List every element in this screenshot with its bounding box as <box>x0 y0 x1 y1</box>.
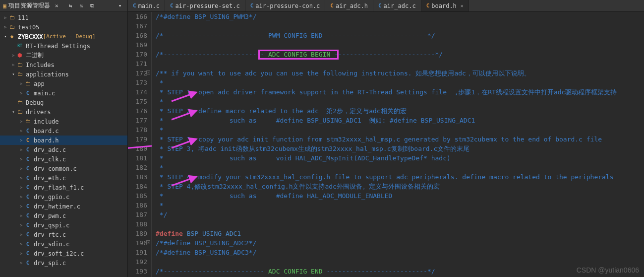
code-line[interactable] <box>156 257 644 267</box>
expand-arrow-icon[interactable]: ▷ <box>19 251 24 256</box>
code-line[interactable]: * STEP 1, open adc driver framework supp… <box>156 87 644 97</box>
expand-arrow-icon[interactable]: ▷ <box>19 204 24 208</box>
expand-arrow-icon[interactable]: ▷ <box>19 138 24 142</box>
tree-item[interactable]: ▷Cboard.h <box>0 136 127 145</box>
code-line[interactable]: */ <box>156 210 644 219</box>
code-line[interactable]: /*-------------------------- PWM CONFIG … <box>156 31 644 40</box>
code-line[interactable]: * STEP 4,修改stm32xxxx_hal_config.h文件以支持ad… <box>156 182 644 191</box>
expand-arrow-icon[interactable]: ▷ <box>19 242 24 246</box>
code-line[interactable]: * such as #define BSP_USING_ADC1 例如: #de… <box>156 116 644 125</box>
close-tab-icon[interactable]: ✕ <box>461 3 464 8</box>
tree-item[interactable]: ▷Cdrv_common.c <box>0 164 127 173</box>
tree-item[interactable]: ▷Cdrv_clk.c <box>0 154 127 164</box>
expand-arrow-icon[interactable]: ▾ <box>11 110 16 114</box>
expand-arrow-icon[interactable]: ▷ <box>19 157 24 161</box>
tree-item[interactable]: ▷⬢二进制 <box>0 51 127 60</box>
expand-arrow-icon[interactable]: ▷ <box>19 232 24 237</box>
tree-item[interactable]: ▷🗀app <box>0 79 127 88</box>
expand-arrow-icon[interactable]: ▷ <box>19 261 24 265</box>
code-content[interactable]: /*#define BSP_USING_PWM3*//*------------… <box>152 12 644 277</box>
expand-arrow-icon[interactable]: ▷ <box>19 223 24 227</box>
code-line[interactable]: * STEP 3, copy your adc init function fr… <box>156 135 644 144</box>
expand-arrow-icon[interactable]: ▾ <box>11 72 16 76</box>
tree-item[interactable]: ▷Cdrv_soft_i2c.c <box>0 249 127 258</box>
editor-tab[interactable]: Cair-pressure-con.c <box>245 0 326 11</box>
tree-item[interactable]: ▷Cdrv_gpio.c <box>0 192 127 202</box>
project-tree[interactable]: ▷🗀111▷🗀test05▾◆ZYBCXXX [Active - Debug]R… <box>0 12 127 277</box>
code-line[interactable]: /*#define BSP_USING_PWM3*/ <box>156 12 644 21</box>
expand-arrow-icon[interactable]: ▷ <box>19 119 24 124</box>
tree-item[interactable]: ▷Cdrv_hwtimer.c <box>0 202 127 211</box>
expand-arrow-icon[interactable]: ▷ <box>19 176 24 180</box>
collapse-icon[interactable]: ⇆ <box>66 1 75 10</box>
code-line[interactable] <box>156 219 644 229</box>
code-line[interactable]: /*-------------------------- ADC CONFIG … <box>156 50 644 59</box>
tree-item[interactable]: ▷Cboard.c <box>0 126 127 136</box>
editor-tab[interactable]: Cair-pressure-set.c <box>165 0 245 11</box>
tree-item[interactable]: ▷Cdrv_sdio.c <box>0 239 127 249</box>
expand-arrow-icon[interactable]: ▷ <box>3 25 8 29</box>
tree-item[interactable]: ▷🗀111 <box>0 13 127 22</box>
code-line[interactable]: * such as void HAL_ADC_MspInit(ADC_Handl… <box>156 153 644 163</box>
tree-item[interactable]: ▾🗀drivers <box>0 107 127 117</box>
tree-item[interactable]: ▷🗀Includes <box>0 60 127 69</box>
tree-item[interactable]: ▷🗀include <box>0 117 127 126</box>
tree-item[interactable]: ▷🗀test05 <box>0 22 127 32</box>
tree-item[interactable]: ▾◆ZYBCXXX [Active - Debug] <box>0 32 127 41</box>
expand-arrow-icon[interactable]: ▷ <box>11 53 16 58</box>
editor-tab[interactable]: Cboard.h✕ <box>421 0 469 11</box>
code-line[interactable]: * STEP 4, modify your stm32xxxx_hal_conf… <box>156 172 644 182</box>
line-number: 190- <box>128 238 147 248</box>
link-editor-icon[interactable]: ⇅ <box>77 1 86 10</box>
code-line[interactable] <box>156 59 644 69</box>
expand-arrow-icon[interactable]: ▾ <box>3 34 8 39</box>
tree-item[interactable]: ▷Cdrv_flash_f1.c <box>0 183 127 192</box>
code-line[interactable]: /*#define BSP_USING_ADC2*/ <box>156 238 644 248</box>
tree-item[interactable]: ▷Cdrv_rtc.c <box>0 230 127 239</box>
expand-arrow-icon[interactable]: ▷ <box>19 166 24 171</box>
tree-item[interactable]: ▾🗀applications <box>0 69 127 79</box>
expand-arrow-icon[interactable]: ▷ <box>11 63 16 67</box>
code-line[interactable]: * <box>156 125 644 135</box>
fold-toggle-icon[interactable]: - <box>146 70 150 74</box>
code-line[interactable]: #define BSP_USING_ADC1 <box>156 229 644 238</box>
code-line[interactable]: * such as #define HAL_ADC_MODULE_ENABLED <box>156 191 644 201</box>
code-line[interactable]: * <box>156 201 644 210</box>
code-line[interactable]: * <box>156 78 644 87</box>
code-line[interactable]: /*-------------------------- ADC CONFIG … <box>156 267 644 276</box>
tree-item[interactable]: ▷Cdrv_spi.c <box>0 258 127 268</box>
expand-arrow-icon[interactable]: ▷ <box>19 81 24 86</box>
tree-item[interactable]: ▷Cdrv_pwm.c <box>0 211 127 220</box>
code-line[interactable]: * <box>156 163 644 172</box>
code-line[interactable]: * <box>156 97 644 106</box>
editor-tab[interactable]: Cmain.c <box>128 0 165 11</box>
code-line[interactable]: /*#define BSP_USING_ADC3*/ <box>156 248 644 257</box>
line-number: 176 <box>128 106 147 116</box>
tree-item[interactable]: ▷Cdrv_adc.c <box>0 145 127 154</box>
fold-toggle-icon[interactable]: - <box>146 240 150 244</box>
code-line[interactable] <box>156 40 644 50</box>
line-number: 187 <box>128 210 147 219</box>
tree-item[interactable]: ▷Cdrv_qspi.c <box>0 220 127 230</box>
expand-arrow-icon[interactable]: ▷ <box>19 195 24 199</box>
code-line[interactable]: * STEP 3, 将adc init函数从stm32cubemx生成的stm3… <box>156 144 644 153</box>
code-line[interactable]: * STEP 2, define macro related to the ad… <box>156 106 644 116</box>
tree-item[interactable]: ▷Cdrv_eth.c <box>0 173 127 183</box>
expand-arrow-icon[interactable]: ▷ <box>19 147 24 152</box>
expand-arrow-icon[interactable]: ▷ <box>3 15 8 20</box>
expand-arrow-icon[interactable]: ▷ <box>19 129 24 133</box>
view-menu-icon[interactable]: ▾ <box>116 1 124 10</box>
editor-tab[interactable]: Cair_adc.c <box>373 0 421 11</box>
close-panel-icon[interactable]: ✕ <box>52 1 61 10</box>
tree-item[interactable]: ▷Cmain.c <box>0 88 127 98</box>
expand-arrow-icon[interactable]: ▷ <box>19 185 24 190</box>
code-line[interactable]: /** if you want to use adc you can use t… <box>156 69 644 78</box>
tree-item[interactable]: 🗀Debug <box>0 98 127 107</box>
code-line[interactable] <box>156 21 644 31</box>
expand-arrow-icon[interactable]: ▷ <box>19 213 24 218</box>
expand-arrow-icon[interactable]: ▷ <box>19 91 24 95</box>
tree-item[interactable]: RTRT-Thread Settings <box>0 41 127 51</box>
tree-item-label: 二进制 <box>26 51 44 60</box>
filter-icon[interactable]: ⧉ <box>88 1 97 10</box>
editor-tab[interactable]: Cair_adc.h <box>325 0 373 11</box>
